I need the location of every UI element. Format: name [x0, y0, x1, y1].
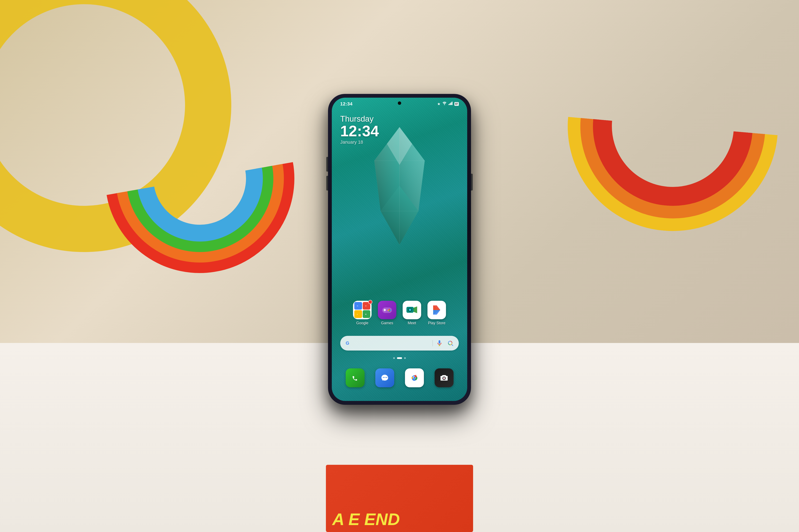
dock-phone-icon[interactable] — [346, 368, 365, 387]
google-app-label: Google — [356, 321, 368, 325]
svg-point-20 — [389, 309, 390, 310]
dock-camera-icon[interactable] — [435, 368, 454, 387]
apps-row: G M ⊞ ▦ — [332, 301, 467, 325]
phone-screen: 12:34 ★ — [332, 98, 467, 401]
day-name: Thursday — [340, 114, 379, 124]
book-text: A E END — [332, 511, 400, 528]
games-app-label: Games — [381, 321, 393, 325]
dock-chrome-icon[interactable] — [405, 368, 424, 387]
svg-point-23 — [387, 309, 389, 311]
status-time: 12:34 — [340, 101, 352, 107]
svg-rect-19 — [384, 309, 385, 311]
meet-app-label: Meet — [408, 321, 416, 325]
rainbow-arcs-right — [568, 21, 778, 231]
svg-point-21 — [390, 309, 391, 311]
svg-point-22 — [389, 310, 390, 312]
battery-icon: 97 — [454, 102, 459, 106]
svg-text:▦: ▦ — [365, 314, 366, 315]
volume-down-button[interactable] — [326, 176, 328, 190]
date-time-widget: Thursday 12:34 January 18 — [340, 114, 379, 145]
svg-marker-27 — [414, 306, 417, 313]
phone-body: 12:34 ★ — [328, 94, 471, 405]
status-icons: ★ — [437, 101, 459, 106]
app-meet[interactable]: Meet — [403, 301, 421, 325]
bluetooth-icon: ★ — [437, 102, 440, 106]
app-games[interactable]: Games — [378, 301, 396, 325]
page-dot-2-active — [397, 357, 402, 359]
notification-badge — [368, 300, 373, 304]
app-dock — [340, 365, 459, 391]
play-store-app-label: Play Store — [428, 321, 445, 325]
svg-point-44 — [444, 378, 444, 379]
svg-point-26 — [409, 308, 411, 311]
page-dot-3 — [404, 357, 406, 359]
app-google[interactable]: G M ⊞ ▦ — [353, 301, 371, 325]
mic-icon[interactable] — [435, 339, 444, 347]
front-camera — [398, 101, 401, 105]
volume-up-button[interactable] — [326, 157, 328, 172]
app-play-store[interactable]: Play Store — [428, 301, 446, 325]
lens-icon[interactable] — [446, 339, 455, 347]
phone-device: 12:34 ★ — [328, 94, 471, 405]
search-bar[interactable]: G — [340, 336, 459, 350]
page-dot-1 — [393, 357, 395, 359]
date-subtitle: January 18 — [340, 139, 379, 145]
games-icon[interactable] — [378, 301, 396, 319]
time-display-large: 12:34 — [340, 124, 379, 139]
svg-marker-31 — [433, 310, 440, 315]
svg-text:G: G — [346, 340, 349, 346]
svg-rect-12 — [452, 102, 453, 105]
svg-point-8 — [444, 104, 445, 105]
rainbow-arcs-left — [105, 84, 294, 273]
power-button[interactable] — [471, 174, 473, 190]
signal-icon — [449, 102, 453, 106]
svg-rect-11 — [451, 102, 451, 105]
svg-rect-34 — [439, 340, 440, 344]
svg-rect-9 — [449, 104, 449, 105]
page-indicator — [393, 357, 406, 359]
play-store-icon[interactable] — [428, 301, 446, 319]
svg-marker-30 — [433, 305, 440, 310]
wifi-icon — [442, 101, 447, 106]
svg-line-38 — [452, 344, 453, 346]
dock-messages-icon[interactable] — [375, 368, 394, 387]
meet-icon[interactable] — [403, 301, 421, 319]
google-g-logo: G — [344, 339, 353, 347]
svg-text:⊞: ⊞ — [357, 314, 358, 315]
svg-text:G: G — [357, 305, 358, 307]
svg-rect-10 — [450, 103, 450, 105]
svg-text:M: M — [365, 305, 366, 307]
google-folder-icon[interactable]: G M ⊞ ▦ — [353, 301, 371, 319]
svg-point-42 — [413, 377, 416, 379]
book-prop: A E END — [326, 465, 473, 532]
